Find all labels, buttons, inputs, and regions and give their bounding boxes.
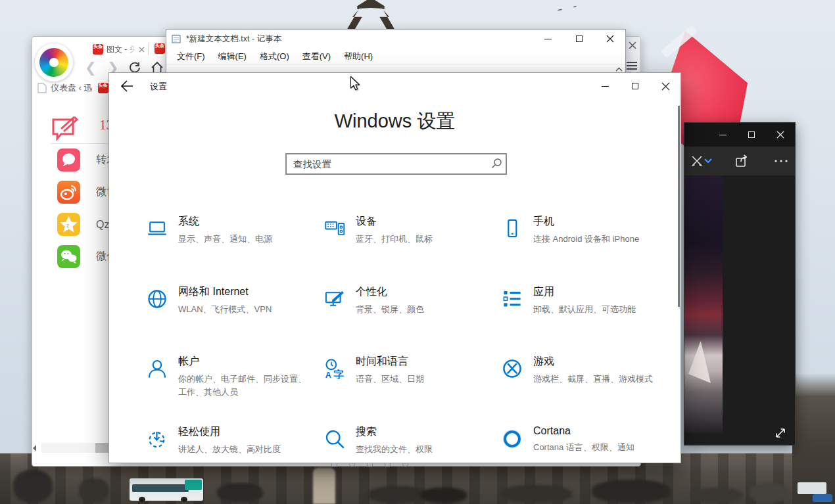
svg-text:A: A bbox=[325, 371, 331, 379]
settings-title: 设置 bbox=[150, 81, 167, 93]
settings-tile-time-language[interactable]: A 字 时间和语言 语音、区域、日期 bbox=[318, 353, 490, 416]
desktop: 头条 图文 - 头 头条 ❮ ❯ 仪表盘 ‹ 迅 bbox=[0, 0, 835, 504]
photos-window bbox=[684, 122, 796, 446]
menu-view[interactable]: 查看(V) bbox=[296, 48, 337, 64]
car bbox=[750, 483, 789, 503]
toutiao-favicon: 头条 bbox=[93, 44, 103, 55]
settings-tile-search[interactable]: 搜索 查找我的文件、权限 bbox=[318, 423, 490, 486]
settings-tile-gaming[interactable]: 游戏 游戏栏、截屏、直播、游戏模式 bbox=[495, 353, 667, 416]
photo-thumbnail[interactable] bbox=[684, 175, 723, 433]
vertical-scrollbar-thumb[interactable] bbox=[678, 106, 680, 307]
search-icon bbox=[490, 158, 502, 170]
maximize-button[interactable] bbox=[737, 123, 766, 147]
maximize-button[interactable] bbox=[620, 73, 650, 99]
qzone-star-icon: z bbox=[57, 213, 80, 236]
back-arrow-icon[interactable] bbox=[118, 78, 135, 94]
see-more-icon[interactable] bbox=[774, 159, 788, 163]
person-icon bbox=[147, 358, 168, 379]
back-icon[interactable]: ❮ bbox=[85, 59, 97, 76]
forward-chat-icon bbox=[57, 149, 80, 172]
photos-toolbar bbox=[684, 147, 795, 175]
settings-search bbox=[285, 153, 507, 175]
share-compose-icon[interactable] bbox=[51, 114, 81, 143]
pedestrians bbox=[368, 486, 427, 503]
settings-tile-cortana[interactable]: Cortana Cortana 语言、权限、通知 bbox=[495, 423, 667, 486]
minimize-button[interactable] bbox=[708, 123, 737, 147]
page-icon bbox=[37, 83, 47, 93]
personalization-icon bbox=[324, 288, 345, 309]
settings-tile-ease-of-access[interactable]: 轻松使用 讲述人、放大镜、高对比度 bbox=[140, 423, 312, 486]
share-icon[interactable] bbox=[735, 154, 751, 168]
weibo-icon bbox=[57, 181, 80, 204]
browser-tab-toutiao[interactable]: 头条 图文 - 头 bbox=[93, 42, 149, 57]
browser-menu-icon[interactable] bbox=[627, 62, 637, 70]
svg-text:z: z bbox=[66, 222, 70, 229]
car bbox=[690, 488, 743, 503]
scroll-left-arrow[interactable] bbox=[33, 445, 36, 451]
bird bbox=[558, 9, 562, 11]
ease-of-access-icon bbox=[147, 428, 168, 449]
expand-icon[interactable] bbox=[774, 426, 787, 440]
close-button[interactable] bbox=[650, 73, 680, 99]
settings-search-input[interactable] bbox=[285, 153, 507, 175]
mouse-cursor bbox=[350, 76, 363, 91]
bookmark-dashboard[interactable]: 仪表盘 ‹ 迅 bbox=[51, 82, 93, 94]
browser-close-icon[interactable] bbox=[627, 39, 638, 51]
notepad-app-icon bbox=[171, 34, 181, 44]
menu-help[interactable]: 帮助(H) bbox=[337, 48, 379, 64]
clock-language-icon: A 字 bbox=[324, 358, 345, 379]
notepad-window-controls bbox=[533, 30, 625, 48]
globe-icon bbox=[147, 288, 168, 309]
devices-icon bbox=[324, 218, 345, 239]
notepad-title: *新建文本文档.txt - 记事本 bbox=[186, 34, 281, 45]
menu-format[interactable]: 格式(O) bbox=[253, 48, 296, 64]
edit-create-icon[interactable] bbox=[690, 154, 704, 168]
cortana-ring-icon bbox=[502, 428, 523, 449]
tile-subtitle: 显示、声音、通知、电源 bbox=[178, 233, 308, 246]
svg-text:字: 字 bbox=[333, 369, 344, 379]
settings-tile-personalization[interactable]: 个性化 背景、锁屏、颜色 bbox=[318, 283, 490, 346]
settings-heading: Windows 设置 bbox=[109, 108, 680, 135]
menu-edit[interactable]: 编辑(E) bbox=[212, 48, 253, 64]
search-tile-icon bbox=[324, 428, 345, 449]
settings-tile-system[interactable]: 系统 显示、声音、通知、电源 bbox=[140, 213, 312, 276]
toutiao-favicon: 头条 bbox=[155, 43, 165, 54]
pedestrians bbox=[79, 478, 109, 503]
apps-list-icon bbox=[502, 288, 523, 309]
settings-tile-network[interactable]: 网络和 Internet WLAN、飞行模式、VPN bbox=[140, 283, 312, 346]
settings-tile-phone[interactable]: 手机 连接 Android 设备和 iPhone bbox=[495, 213, 667, 276]
chevron-down-icon[interactable] bbox=[704, 158, 712, 164]
pedestrians bbox=[500, 485, 572, 503]
phone-icon bbox=[502, 218, 523, 239]
pedestrians bbox=[13, 470, 53, 503]
close-button[interactable] bbox=[766, 123, 795, 147]
settings-tile-apps[interactable]: 应用 卸载、默认应用、可选功能 bbox=[495, 283, 667, 346]
toutiao-favicon[interactable]: 头条 bbox=[98, 83, 108, 93]
maximize-button[interactable] bbox=[563, 30, 594, 48]
close-button[interactable] bbox=[594, 30, 625, 48]
settings-window-controls bbox=[590, 73, 680, 99]
eiffel-tower-silhouette bbox=[346, 0, 395, 30]
tile-title: 系统 bbox=[178, 215, 308, 229]
wechat-icon bbox=[57, 245, 80, 268]
minimize-button[interactable] bbox=[533, 30, 563, 48]
settings-tile-accounts[interactable]: 帐户 你的帐户、电子邮件、同步设置、工作、其他人员 bbox=[140, 353, 312, 416]
car-right bbox=[813, 494, 832, 502]
tab-close-icon[interactable] bbox=[139, 47, 145, 53]
tab-title: 图文 - 头 bbox=[107, 44, 135, 55]
bird bbox=[573, 6, 577, 8]
system-icon bbox=[147, 218, 168, 239]
xbox-icon bbox=[502, 358, 523, 379]
browser-tab-2[interactable]: 头条 bbox=[155, 43, 165, 57]
menu-file[interactable]: 文件(F) bbox=[170, 48, 212, 64]
minimize-button[interactable] bbox=[590, 73, 620, 99]
car bbox=[421, 488, 467, 503]
settings-titlebar[interactable]: 设置 bbox=[109, 73, 680, 99]
bus-right bbox=[798, 482, 826, 494]
settings-tile-devices[interactable]: 设备 蓝牙、打印机、鼠标 bbox=[318, 213, 490, 276]
notepad-menubar: 文件(F) 编辑(E) 格式(O) 查看(V) 帮助(H) bbox=[170, 48, 379, 64]
browser-logo-icon[interactable] bbox=[35, 43, 73, 81]
photos-titlebar[interactable] bbox=[684, 123, 795, 147]
settings-window: 设置 Windows 设置 系统 显示、声音、通 bbox=[108, 72, 681, 463]
